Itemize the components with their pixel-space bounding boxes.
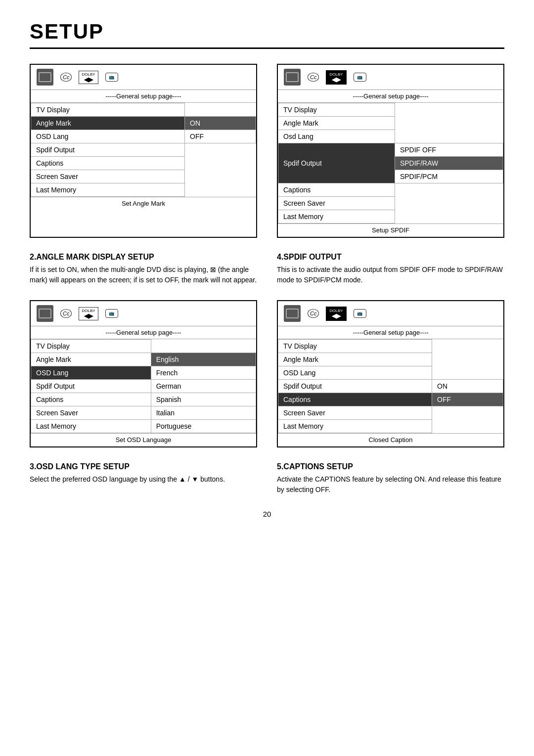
desc-spdif-title: 4.SPDIF OUTPUT	[277, 253, 504, 262]
setup-page-label-4: -----General setup page----	[278, 326, 503, 339]
diagram-4-icons: Cc DOLBY ◀▶ 📺	[278, 301, 503, 326]
disc-icon	[37, 69, 53, 86]
menu-row: TV Display	[278, 103, 503, 117]
eye-icon: 📺	[105, 73, 118, 82]
diagram-3: Cc DOLBY ◀▶ 📺 -----General setup page---…	[30, 300, 257, 447]
dolby-icon-2: DOLBY ◀▶	[326, 70, 346, 85]
desc-angle-mark-text: If it is set to ON, when the multi-angle…	[30, 265, 257, 285]
disc-icon-2	[284, 69, 301, 86]
desc-spdif-text: This is to activate the audio output fro…	[277, 265, 504, 285]
dolby-icon-4: DOLBY ◀▶	[326, 307, 346, 321]
diagram-2: Cc DOLBY ◀▶ 📺 -----General setup page---…	[277, 64, 504, 238]
desc-spdif: 4.SPDIF OUTPUT This is to activate the a…	[277, 253, 504, 285]
page-number: 20	[30, 510, 504, 518]
menu-row: CaptionsSpanish	[31, 393, 256, 406]
menu-row: TV Display	[278, 340, 503, 353]
desc-row-1: 2.ANGLE MARK DISPLAY SETUP If it is set …	[30, 253, 504, 285]
menu-row: Last Memory	[278, 210, 503, 223]
menu-row: TV Display	[31, 103, 256, 117]
menu-row: Spdif OutputON	[278, 380, 503, 393]
eye-icon-4: 📺	[354, 309, 366, 318]
setup-page-label-3: -----General setup page----	[31, 326, 256, 339]
menu-row: Angle MarkEnglish	[31, 353, 256, 366]
cc-icon-4: Cc	[308, 309, 319, 318]
menu-row: Screen Saver	[278, 406, 503, 420]
diagram-1: Cc DOLBY ◀▶ 📺 -----General setup page---…	[30, 64, 257, 238]
eye-icon-3: 📺	[105, 309, 118, 318]
menu-row: Last Memory	[31, 183, 256, 197]
disc-icon-3	[37, 305, 53, 322]
menu-row: Screen Saver	[278, 197, 503, 210]
diagram-2-menu: TV Display Angle Mark Osd Lang Spdif Out…	[278, 103, 503, 223]
bottom-label-1: Set Angle Mark	[31, 197, 256, 210]
menu-row: Angle MarkON	[31, 117, 256, 130]
menu-row: CaptionsOFF	[278, 393, 503, 406]
diagram-2-icons: Cc DOLBY ◀▶ 📺	[278, 65, 503, 90]
menu-row: OSD Lang	[278, 366, 503, 380]
desc-captions-title: 5.CAPTIONS SETUP	[277, 462, 504, 471]
bottom-label-4: Closed Caption	[278, 433, 503, 446]
menu-row: Last MemoryPortuguese	[31, 420, 256, 433]
menu-row: Osd Lang	[278, 130, 503, 143]
menu-row: Captions	[31, 157, 256, 170]
desc-captions-text: Activate the CAPTIONS feature by selecti…	[277, 474, 504, 495]
desc-angle-mark: 2.ANGLE MARK DISPLAY SETUP If it is set …	[30, 253, 257, 285]
bottom-label-2: Setup SPDIF	[278, 223, 503, 237]
cc-icon: Cc	[60, 73, 72, 82]
cc-icon-2: Cc	[308, 73, 319, 82]
desc-row-2: 3.OSD LANG TYPE SETUP Select the preferr…	[30, 462, 504, 495]
diagram-1-menu: TV Display Angle MarkON OSD LangOFF Spdi…	[31, 103, 256, 197]
menu-row: Angle Mark	[278, 353, 503, 366]
desc-osd-text: Select the preferred OSD language by usi…	[30, 474, 257, 485]
diagram-4-menu: TV Display Angle Mark OSD Lang Spdif Out…	[278, 339, 503, 433]
bottom-label-3: Set OSD Language	[31, 433, 256, 446]
desc-osd-title: 3.OSD LANG TYPE SETUP	[30, 462, 257, 471]
diagram-4: Cc DOLBY ◀▶ 📺 -----General setup page---…	[277, 300, 504, 447]
setup-page-label-2: -----General setup page----	[278, 90, 503, 103]
menu-row: Spdif OutputGerman	[31, 380, 256, 393]
menu-row: Spdif Output SPDIF OFF SPDIF/RAW SPDIF/P…	[278, 143, 503, 183]
desc-angle-mark-title: 2.ANGLE MARK DISPLAY SETUP	[30, 253, 257, 262]
cc-icon-3: Cc	[60, 309, 72, 318]
diagrams-row-2: Cc DOLBY ◀▶ 📺 -----General setup page---…	[30, 300, 504, 447]
menu-row: Spdif Output	[31, 143, 256, 157]
dolby-icon-3: DOLBY ◀▶	[79, 307, 98, 320]
menu-row: Last Memory	[278, 420, 503, 433]
page-title: SETUP	[30, 20, 504, 49]
menu-row: Angle Mark	[278, 117, 503, 130]
eye-icon-2: 📺	[354, 73, 366, 82]
menu-row: OSD LangFrench	[31, 366, 256, 380]
dolby-icon: DOLBY ◀▶	[79, 71, 98, 84]
diagram-3-icons: Cc DOLBY ◀▶ 📺	[31, 301, 256, 326]
menu-row: OSD LangOFF	[31, 130, 256, 143]
menu-row: Captions	[278, 183, 503, 197]
diagram-3-menu: TV Display Angle MarkEnglish OSD LangFre…	[31, 339, 256, 433]
menu-row: Screen Saver	[31, 170, 256, 183]
setup-page-label-1: -----General setup page----	[31, 90, 256, 103]
diagrams-row-1: Cc DOLBY ◀▶ 📺 -----General setup page---…	[30, 64, 504, 238]
desc-captions: 5.CAPTIONS SETUP Activate the CAPTIONS f…	[277, 462, 504, 495]
disc-icon-4	[284, 305, 301, 322]
desc-osd: 3.OSD LANG TYPE SETUP Select the preferr…	[30, 462, 257, 495]
menu-row: Screen SaverItalian	[31, 406, 256, 420]
diagram-1-icons: Cc DOLBY ◀▶ 📺	[31, 65, 256, 90]
menu-row: TV Display	[31, 340, 256, 353]
